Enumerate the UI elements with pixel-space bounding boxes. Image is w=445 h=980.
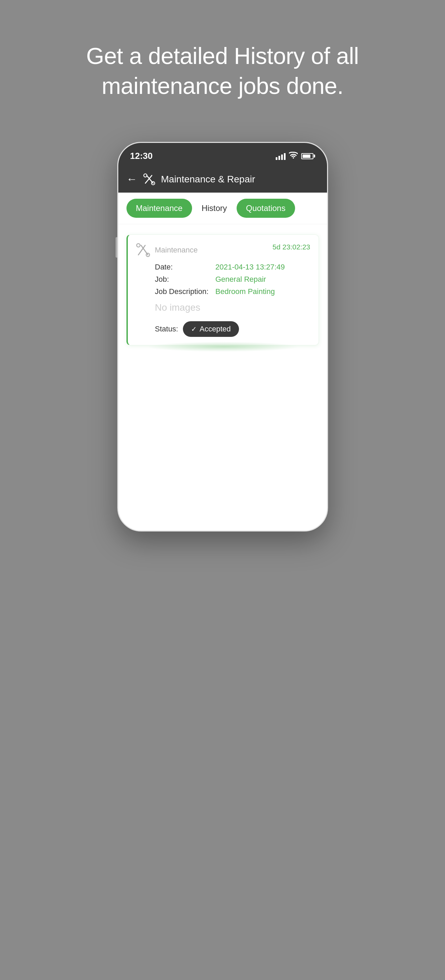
signal-bar-1 (276, 157, 277, 160)
app-title: Maintenance & Repair (161, 174, 255, 185)
description-row: Job Description: Bedroom Painting (155, 287, 310, 296)
status-badge: ✓ Accepted (183, 321, 239, 337)
card-glow (147, 342, 299, 352)
signal-bar-2 (279, 156, 280, 160)
header-tools-icon (143, 173, 156, 186)
date-row: Date: 2021-04-13 13:27:49 (155, 263, 310, 272)
job-value: General Repair (215, 275, 266, 284)
tab-bar: Maintenance History Quotations (118, 192, 327, 224)
status-time: 12:30 (130, 151, 153, 161)
phone-outer: 12:30 (117, 142, 328, 531)
status-label: Status: (155, 325, 178, 334)
job-label: Job: (155, 275, 213, 284)
content-area: Maintenance 5d 23:02:23 Date: 2021-04-13… (118, 224, 327, 530)
job-card: Maintenance 5d 23:02:23 Date: 2021-04-13… (127, 234, 319, 345)
date-label: Date: (155, 263, 213, 272)
status-bar: 12:30 (118, 143, 327, 167)
headline-section: Get a detailed History of all maintenanc… (0, 41, 445, 101)
signal-bars-icon (276, 153, 285, 160)
card-tools-icon (136, 243, 150, 257)
tab-history[interactable]: History (192, 199, 237, 218)
headline-text: Get a detailed History of all maintenanc… (34, 41, 411, 101)
description-value: Bedroom Painting (215, 287, 275, 296)
app-header: ← Maintenance & Repair (118, 167, 327, 192)
tab-maintenance[interactable]: Maintenance (127, 199, 192, 218)
card-icon-title: Maintenance (136, 243, 198, 257)
wifi-icon (289, 152, 298, 161)
signal-bar-3 (281, 154, 283, 160)
check-icon: ✓ (191, 325, 197, 333)
card-timer: 5d 23:02:23 (272, 243, 310, 251)
svg-point-6 (137, 243, 140, 247)
card-type: Maintenance (155, 246, 198, 255)
card-details: Date: 2021-04-13 13:27:49 Job: General R… (155, 263, 310, 337)
status-icons (276, 152, 315, 161)
description-label: Job Description: (155, 287, 213, 296)
status-value: Accepted (200, 325, 231, 334)
card-header: Maintenance 5d 23:02:23 (136, 243, 310, 257)
tab-quotations[interactable]: Quotations (237, 199, 295, 218)
no-images-text: No images (155, 302, 310, 313)
date-value: 2021-04-13 13:27:49 (215, 263, 285, 272)
back-button[interactable]: ← (127, 173, 137, 185)
job-row: Job: General Repair (155, 275, 310, 284)
signal-bar-4 (284, 153, 285, 160)
status-row: Status: ✓ Accepted (155, 321, 310, 337)
phone-mockup: 12:30 (117, 142, 328, 531)
battery-icon (301, 153, 315, 159)
